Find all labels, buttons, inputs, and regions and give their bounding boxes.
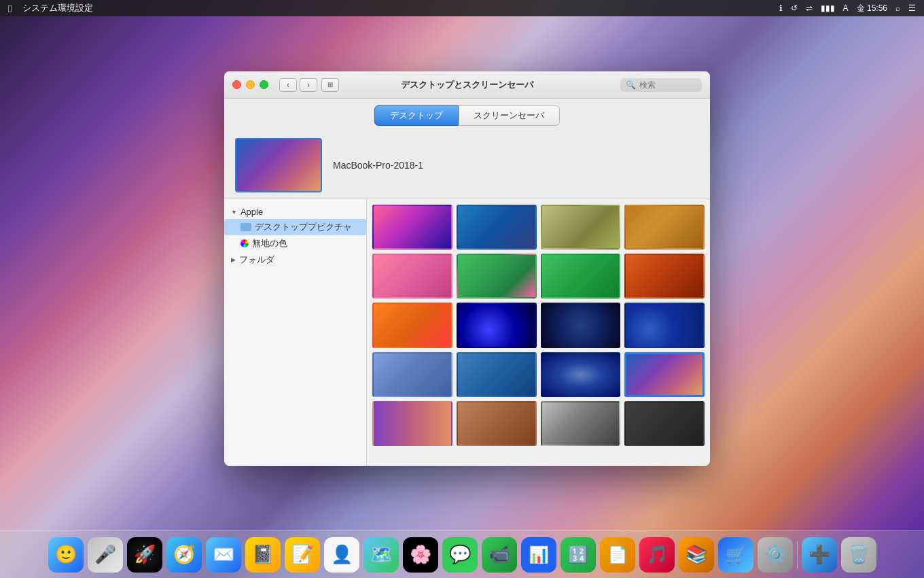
search-box[interactable]: 🔍 xyxy=(620,78,702,92)
dock-stickies[interactable]: 📝 xyxy=(285,537,320,573)
wallpaper-10[interactable] xyxy=(457,303,537,347)
tree-folder[interactable]: ▶ フォルダ xyxy=(224,252,366,268)
folder-expand-arrow: ▶ xyxy=(231,256,236,263)
pages-icon: 📄 xyxy=(607,545,628,564)
dock-maps[interactable]: 🗺️ xyxy=(363,537,399,573)
appstore-icon: 🛒 xyxy=(726,545,746,564)
wallpaper-15[interactable] xyxy=(541,352,621,397)
wallpaper-20[interactable] xyxy=(624,401,705,446)
wallpaper-8[interactable] xyxy=(624,254,705,299)
contacts-icon: 👤 xyxy=(331,544,353,565)
menubar-left:  システム環境設定 xyxy=(8,2,93,14)
dock-messages[interactable]: 💬 xyxy=(442,537,478,573)
wallpaper-6[interactable] xyxy=(457,254,537,299)
wallpaper-14[interactable] xyxy=(457,352,537,397)
color-dot-icon xyxy=(241,239,249,248)
menubar:  システム環境設定 ℹ ↺ ⇌ ▮▮▮ A 金 15:56 ⌕ ☰ xyxy=(0,0,924,16)
wallpaper-9[interactable] xyxy=(372,303,452,347)
maps-icon: 🗺️ xyxy=(370,544,392,565)
dock-addapps[interactable]: ➕ xyxy=(802,537,837,573)
tab-screensaver[interactable]: スクリーンセーバ xyxy=(459,105,560,126)
dock-books[interactable]: 📚 xyxy=(679,537,714,573)
search-icon[interactable]: ⌕ xyxy=(895,3,900,13)
wallpaper-5[interactable] xyxy=(372,254,452,299)
dock-keynote[interactable]: 📊 xyxy=(521,537,556,573)
ime-icon[interactable]: A xyxy=(843,3,849,13)
dock-finder[interactable]: 🙂 xyxy=(48,537,84,573)
dock-mail[interactable]: ✉️ xyxy=(206,537,241,573)
dock-numbers[interactable]: 🔢 xyxy=(561,537,596,573)
dock-notes[interactable]: 📓 xyxy=(245,537,281,573)
tree-apple-group[interactable]: ▼ Apple xyxy=(224,205,366,219)
expand-arrow: ▼ xyxy=(231,209,237,216)
menubar-time: 金 15:56 xyxy=(857,3,887,14)
titlebar: ‹ › ⊞ デスクトップとスクリーンセーバ 🔍 xyxy=(224,71,710,99)
folder-icon xyxy=(241,223,251,231)
close-button[interactable] xyxy=(232,80,241,89)
wallpaper-16-selected[interactable] xyxy=(624,352,705,397)
tree-solid-color[interactable]: 無地の色 xyxy=(224,235,366,252)
stickies-icon: 📝 xyxy=(291,544,313,565)
finder-icon: 🙂 xyxy=(55,544,77,565)
wallpaper-18[interactable] xyxy=(457,401,537,446)
wallpaper-7[interactable] xyxy=(541,254,621,299)
trash-icon: 🗑️ xyxy=(848,544,870,565)
wallpaper-1[interactable] xyxy=(372,205,452,250)
addapps-icon: ➕ xyxy=(808,544,830,565)
info-icon: ℹ xyxy=(779,3,783,13)
content-area: ▼ Apple デスクトッププピクチャ 無地の色 ▶ フォルダ xyxy=(224,199,710,466)
dock-separator xyxy=(797,541,798,568)
list-icon[interactable]: ☰ xyxy=(908,3,916,13)
dock-facetime[interactable]: 📹 xyxy=(482,537,517,573)
grid-view-button[interactable]: ⊞ xyxy=(321,78,339,92)
minimize-button[interactable] xyxy=(246,80,255,89)
dock-music[interactable]: 🎵 xyxy=(639,537,675,573)
dock-launchpad[interactable]: 🚀 xyxy=(127,537,162,573)
search-input[interactable] xyxy=(639,80,696,90)
dock-syspref[interactable]: ⚙️ xyxy=(758,537,793,573)
battery-icon: ▮▮▮ xyxy=(821,3,835,13)
wallpaper-4[interactable] xyxy=(624,205,705,250)
wallpaper-13[interactable] xyxy=(372,352,452,397)
wallpaper-2[interactable] xyxy=(457,205,537,250)
wallpaper-19[interactable] xyxy=(541,401,621,446)
window-title: デスクトップとスクリーンセーバ xyxy=(401,79,533,91)
maximize-button[interactable] xyxy=(260,80,268,89)
tree-apple-label: Apple xyxy=(241,207,263,217)
music-icon: 🎵 xyxy=(646,544,668,565)
search-icon: 🔍 xyxy=(626,80,636,90)
photos-icon: 🌸 xyxy=(410,544,431,565)
system-preferences-window: ‹ › ⊞ デスクトップとスクリーンセーバ 🔍 デスクトップ スクリーンセーバ … xyxy=(224,71,710,466)
wifi-icon[interactable]: ⇌ xyxy=(806,3,813,13)
tree-desktop-picture-label: デスクトッププピクチャ xyxy=(255,221,352,233)
nav-buttons: ‹ › xyxy=(279,78,317,92)
back-button[interactable]: ‹ xyxy=(279,78,297,92)
tabs-bar: デスクトップ スクリーンセーバ xyxy=(224,99,710,131)
tree-desktop-picture[interactable]: デスクトッププピクチャ xyxy=(224,219,366,235)
dock-trash[interactable]: 🗑️ xyxy=(841,537,876,573)
wallpaper-17[interactable] xyxy=(372,401,452,446)
safari-icon: 🧭 xyxy=(173,544,195,565)
wallpaper-3[interactable] xyxy=(541,205,621,250)
dock-pages[interactable]: 📄 xyxy=(600,537,635,573)
tree-folder-label: フォルダ xyxy=(239,254,274,266)
siri-icon: 🎤 xyxy=(94,544,116,565)
tree-solid-color-label: 無地の色 xyxy=(252,237,287,250)
dock-photos[interactable]: 🌸 xyxy=(403,537,438,573)
dock-contacts[interactable]: 👤 xyxy=(324,537,359,573)
dock: 🙂 🎤 🚀 🧭 ✉️ 📓 📝 👤 🗺️ 🌸 💬 📹 📊 🔢 📄 🎵 xyxy=(0,530,924,578)
menubar-app-name[interactable]: システム環境設定 xyxy=(22,2,93,14)
apple-menu[interactable]:  xyxy=(8,3,12,14)
tab-desktop[interactable]: デスクトップ xyxy=(374,105,459,126)
current-wallpaper-name: MacBook-Pro-2018-1 xyxy=(333,160,423,171)
launchpad-icon: 🚀 xyxy=(134,544,156,565)
dock-appstore[interactable]: 🛒 xyxy=(718,537,753,573)
wallpaper-11[interactable] xyxy=(541,303,621,347)
dock-siri[interactable]: 🎤 xyxy=(88,537,123,573)
keynote-icon: 📊 xyxy=(529,545,549,564)
current-wallpaper-preview xyxy=(235,138,322,192)
dock-safari[interactable]: 🧭 xyxy=(166,537,202,573)
numbers-icon: 🔢 xyxy=(568,545,588,564)
wallpaper-12[interactable] xyxy=(624,303,705,347)
forward-button[interactable]: › xyxy=(300,78,317,92)
